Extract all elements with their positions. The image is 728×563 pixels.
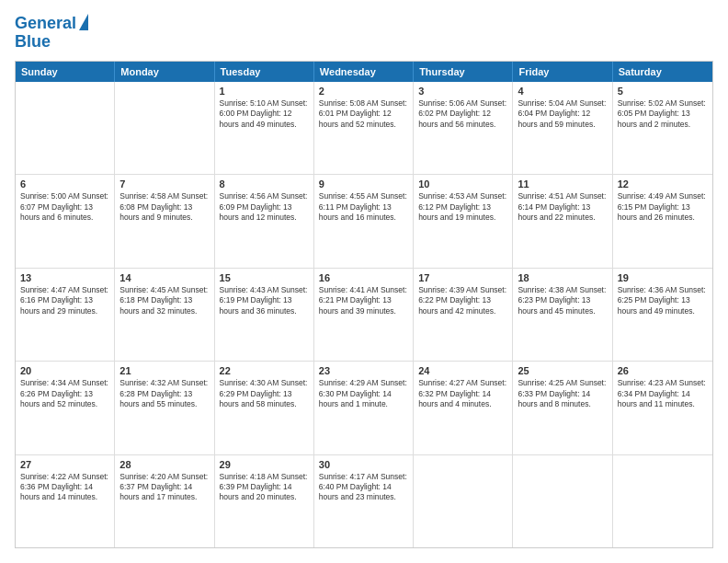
day-number: 4 (518, 86, 607, 97)
cell-info-text: Sunrise: 4:43 AM Sunset: 6:19 PM Dayligh… (220, 285, 309, 316)
cell-info-text: Sunrise: 4:22 AM Sunset: 6:36 PM Dayligh… (20, 472, 109, 503)
day-number: 20 (20, 365, 109, 376)
day-number: 13 (20, 272, 109, 283)
day-number: 27 (20, 459, 109, 470)
header-day-sunday: Sunday (16, 62, 115, 82)
cell-info-text: Sunrise: 4:30 AM Sunset: 6:29 PM Dayligh… (220, 378, 309, 409)
calendar-cell-day-22: 22Sunrise: 4:30 AM Sunset: 6:29 PM Dayli… (215, 362, 314, 454)
cell-info-text: Sunrise: 4:17 AM Sunset: 6:40 PM Dayligh… (319, 472, 408, 503)
page: General Blue SundayMondayTuesdayWednesda… (0, 0, 728, 563)
cell-info-text: Sunrise: 4:18 AM Sunset: 6:39 PM Dayligh… (220, 472, 309, 503)
calendar-cell-empty-4-5 (513, 455, 612, 547)
calendar: SundayMondayTuesdayWednesdayThursdayFrid… (15, 61, 713, 548)
calendar-cell-day-2: 2Sunrise: 5:08 AM Sunset: 6:01 PM Daylig… (314, 82, 414, 174)
day-number: 2 (319, 86, 408, 97)
cell-info-text: Sunrise: 4:36 AM Sunset: 6:25 PM Dayligh… (618, 285, 708, 316)
logo-text-line2: Blue (15, 32, 51, 51)
day-number: 5 (618, 86, 708, 97)
day-number: 10 (418, 178, 507, 190)
calendar-cell-empty-4-4 (414, 455, 513, 547)
calendar-cell-day-8: 8Sunrise: 4:56 AM Sunset: 6:09 PM Daylig… (215, 175, 314, 267)
cell-info-text: Sunrise: 4:45 AM Sunset: 6:18 PM Dayligh… (119, 285, 209, 316)
calendar-cell-day-29: 29Sunrise: 4:18 AM Sunset: 6:39 PM Dayli… (215, 455, 314, 547)
calendar-row-0: 1Sunrise: 5:10 AM Sunset: 6:00 PM Daylig… (16, 82, 712, 175)
calendar-cell-day-4: 4Sunrise: 5:04 AM Sunset: 6:04 PM Daylig… (513, 82, 612, 174)
day-number: 19 (618, 272, 708, 283)
cell-info-text: Sunrise: 4:27 AM Sunset: 6:32 PM Dayligh… (418, 378, 507, 409)
cell-info-text: Sunrise: 4:32 AM Sunset: 6:28 PM Dayligh… (119, 378, 209, 409)
header-day-saturday: Saturday (613, 62, 712, 82)
day-number: 29 (220, 459, 309, 470)
day-number: 17 (418, 272, 507, 283)
cell-info-text: Sunrise: 4:56 AM Sunset: 6:09 PM Dayligh… (220, 191, 309, 223)
day-number: 21 (119, 365, 209, 376)
day-number: 12 (618, 178, 708, 190)
day-number: 6 (20, 178, 109, 190)
day-number: 11 (518, 178, 607, 190)
calendar-cell-day-20: 20Sunrise: 4:34 AM Sunset: 6:26 PM Dayli… (16, 362, 115, 454)
calendar-cell-day-12: 12Sunrise: 4:49 AM Sunset: 6:15 PM Dayli… (613, 175, 712, 267)
calendar-cell-day-9: 9Sunrise: 4:55 AM Sunset: 6:11 PM Daylig… (314, 175, 414, 267)
cell-info-text: Sunrise: 5:00 AM Sunset: 6:07 PM Dayligh… (20, 191, 109, 223)
cell-info-text: Sunrise: 5:02 AM Sunset: 6:05 PM Dayligh… (618, 98, 708, 130)
calendar-cell-day-10: 10Sunrise: 4:53 AM Sunset: 6:12 PM Dayli… (414, 175, 513, 267)
calendar-cell-day-7: 7Sunrise: 4:58 AM Sunset: 6:08 PM Daylig… (115, 175, 214, 267)
cell-info-text: Sunrise: 4:34 AM Sunset: 6:26 PM Dayligh… (20, 378, 109, 409)
calendar-cell-day-3: 3Sunrise: 5:06 AM Sunset: 6:02 PM Daylig… (414, 82, 513, 174)
cell-info-text: Sunrise: 4:58 AM Sunset: 6:08 PM Dayligh… (119, 191, 209, 223)
calendar-cell-day-14: 14Sunrise: 4:45 AM Sunset: 6:18 PM Dayli… (115, 269, 214, 361)
cell-info-text: Sunrise: 4:23 AM Sunset: 6:34 PM Dayligh… (618, 378, 708, 409)
calendar-row-4: 27Sunrise: 4:22 AM Sunset: 6:36 PM Dayli… (16, 455, 712, 547)
cell-info-text: Sunrise: 5:10 AM Sunset: 6:00 PM Dayligh… (220, 98, 309, 130)
calendar-body: 1Sunrise: 5:10 AM Sunset: 6:00 PM Daylig… (16, 82, 712, 547)
cell-info-text: Sunrise: 5:08 AM Sunset: 6:01 PM Dayligh… (319, 98, 408, 130)
day-number: 23 (319, 365, 408, 376)
day-number: 7 (119, 178, 209, 190)
cell-info-text: Sunrise: 4:53 AM Sunset: 6:12 PM Dayligh… (418, 191, 507, 223)
day-number: 9 (319, 178, 408, 190)
header-day-friday: Friday (513, 62, 612, 82)
day-number: 14 (119, 272, 209, 283)
day-number: 26 (618, 365, 708, 376)
cell-info-text: Sunrise: 5:06 AM Sunset: 6:02 PM Dayligh… (418, 98, 507, 130)
day-number: 15 (220, 272, 309, 283)
calendar-cell-day-13: 13Sunrise: 4:47 AM Sunset: 6:16 PM Dayli… (16, 269, 115, 361)
cell-info-text: Sunrise: 4:39 AM Sunset: 6:22 PM Dayligh… (418, 285, 507, 316)
calendar-cell-day-5: 5Sunrise: 5:02 AM Sunset: 6:05 PM Daylig… (613, 82, 712, 174)
cell-info-text: Sunrise: 4:49 AM Sunset: 6:15 PM Dayligh… (618, 191, 708, 223)
cell-info-text: Sunrise: 5:04 AM Sunset: 6:04 PM Dayligh… (518, 98, 607, 130)
day-number: 22 (220, 365, 309, 376)
calendar-cell-day-15: 15Sunrise: 4:43 AM Sunset: 6:19 PM Dayli… (215, 269, 314, 361)
logo: General Blue (15, 15, 88, 52)
calendar-cell-day-6: 6Sunrise: 5:00 AM Sunset: 6:07 PM Daylig… (16, 175, 115, 267)
header: General Blue (15, 15, 713, 52)
calendar-cell-day-18: 18Sunrise: 4:38 AM Sunset: 6:23 PM Dayli… (513, 269, 612, 361)
day-number: 30 (319, 459, 408, 470)
calendar-cell-empty-0-1 (115, 82, 214, 174)
header-day-monday: Monday (115, 62, 214, 82)
day-number: 28 (119, 459, 209, 470)
cell-info-text: Sunrise: 4:55 AM Sunset: 6:11 PM Dayligh… (319, 191, 408, 223)
calendar-header: SundayMondayTuesdayWednesdayThursdayFrid… (16, 62, 712, 82)
header-day-thursday: Thursday (414, 62, 513, 82)
cell-info-text: Sunrise: 4:41 AM Sunset: 6:21 PM Dayligh… (319, 285, 408, 316)
calendar-cell-day-1: 1Sunrise: 5:10 AM Sunset: 6:00 PM Daylig… (215, 82, 314, 174)
calendar-cell-day-25: 25Sunrise: 4:25 AM Sunset: 6:33 PM Dayli… (513, 362, 612, 454)
header-day-tuesday: Tuesday (215, 62, 314, 82)
calendar-row-1: 6Sunrise: 5:00 AM Sunset: 6:07 PM Daylig… (16, 175, 712, 268)
cell-info-text: Sunrise: 4:47 AM Sunset: 6:16 PM Dayligh… (20, 285, 109, 316)
calendar-cell-day-24: 24Sunrise: 4:27 AM Sunset: 6:32 PM Dayli… (414, 362, 513, 454)
day-number: 1 (220, 86, 309, 97)
day-number: 8 (220, 178, 309, 190)
calendar-cell-day-26: 26Sunrise: 4:23 AM Sunset: 6:34 PM Dayli… (613, 362, 712, 454)
calendar-cell-empty-0-0 (16, 82, 115, 174)
calendar-cell-day-28: 28Sunrise: 4:20 AM Sunset: 6:37 PM Dayli… (115, 455, 214, 547)
calendar-row-3: 20Sunrise: 4:34 AM Sunset: 6:26 PM Dayli… (16, 362, 712, 454)
calendar-cell-empty-4-6 (613, 455, 712, 547)
day-number: 24 (418, 365, 507, 376)
day-number: 16 (319, 272, 408, 283)
day-number: 25 (518, 365, 607, 376)
day-number: 3 (418, 86, 507, 97)
logo-text-line1: General (15, 15, 76, 33)
cell-info-text: Sunrise: 4:29 AM Sunset: 6:30 PM Dayligh… (319, 378, 408, 409)
